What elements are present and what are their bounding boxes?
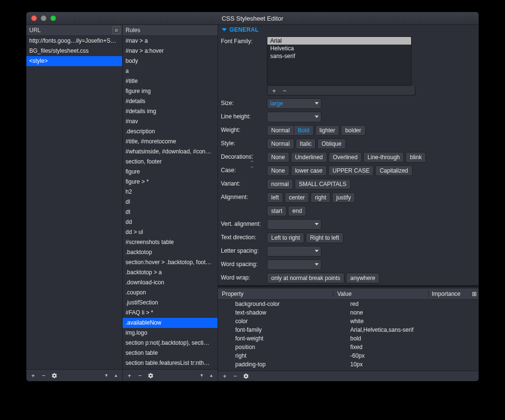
rules-list-item[interactable]: #FAQ li > * [123, 308, 218, 318]
rules-list-item[interactable]: #whatsinside, #download, #con… [123, 147, 218, 157]
valign-combo[interactable] [267, 219, 321, 230]
rules-list-item[interactable]: figure img [123, 86, 218, 96]
segment-option[interactable]: Underlined [291, 152, 327, 163]
add-button[interactable]: + [220, 372, 230, 380]
letter-spacing-combo[interactable] [267, 246, 321, 257]
segment-option[interactable]: only at normal break points [267, 273, 344, 283]
add-button[interactable]: + [269, 87, 279, 94]
property-row[interactable]: font-familyArial,Helvetica,sans-serif [218, 326, 479, 334]
property-row[interactable]: background-colorred [218, 300, 479, 308]
remove-button[interactable]: − [135, 371, 145, 380]
rules-list-item[interactable]: #details [123, 96, 218, 106]
rules-list-item[interactable]: figure [123, 167, 218, 177]
section-header-general[interactable]: GENERAL [218, 25, 479, 35]
segment-option[interactable]: Left to right [267, 233, 304, 243]
word-spacing-combo[interactable] [267, 259, 321, 270]
segment-option[interactable]: center [285, 192, 309, 203]
rules-list-item[interactable]: .backtotop > a [123, 268, 218, 278]
segment-option[interactable]: Right to left [306, 233, 344, 243]
rules-list-item[interactable]: #nav [123, 117, 218, 127]
rules-list-item[interactable]: section table.featuresList tr:nth… [123, 358, 218, 368]
segment-option[interactable]: UPPER CASE [328, 165, 374, 176]
segment-option[interactable]: end [288, 206, 306, 216]
splitter-handle-icon[interactable] [251, 154, 253, 168]
url-list-item[interactable]: <style> [26, 56, 122, 66]
segment-option[interactable]: blink [405, 152, 426, 163]
segment-option[interactable]: normal [267, 179, 293, 189]
segment-option[interactable]: Capitalized [375, 165, 412, 176]
font-family-option[interactable]: Helvetica [267, 45, 411, 52]
rules-list-item[interactable]: .justifSection [123, 298, 218, 308]
rules-list-item[interactable]: section table [123, 348, 218, 358]
url-list[interactable]: http://fonts.goog…ily=Josefin+SansBG_fil… [26, 36, 122, 369]
segment-option[interactable]: None [267, 152, 289, 163]
segment-option[interactable]: bolder [341, 125, 365, 136]
rules-list-item[interactable]: .download-icon [123, 278, 218, 288]
rules-list-item[interactable]: body [123, 56, 218, 66]
move-up-icon[interactable]: ▲ [112, 371, 120, 380]
segment-option[interactable]: anywhere [346, 273, 379, 283]
rules-list-item[interactable]: a [123, 66, 218, 76]
rules-list-item[interactable]: dl [123, 197, 218, 207]
property-row[interactable]: right-60px [218, 351, 479, 360]
col-value[interactable]: Value [333, 291, 429, 297]
col-property[interactable]: Property [218, 291, 333, 297]
remove-button[interactable]: − [230, 372, 240, 380]
font-family-option[interactable]: sans-serif [267, 52, 411, 60]
segment-option[interactable]: Italic [296, 139, 316, 149]
segment-option[interactable]: Overlined [329, 152, 362, 163]
segment-option[interactable]: Bold [294, 125, 314, 136]
segment-option[interactable]: Normal [267, 139, 294, 149]
segment-option[interactable]: Line-through [363, 152, 404, 163]
move-down-icon[interactable]: ▼ [197, 371, 206, 380]
move-up-icon[interactable]: ▲ [207, 371, 216, 380]
property-row[interactable]: font-weightbold [218, 334, 479, 343]
rules-list-item[interactable]: section, footer [123, 157, 218, 167]
font-family-listbox[interactable]: ArialHelveticasans-serif [267, 36, 412, 85]
add-button[interactable]: + [125, 371, 134, 380]
segment-option[interactable]: right [310, 192, 330, 203]
remove-button[interactable]: − [280, 87, 289, 94]
rules-list-item[interactable]: #screenshots table [123, 237, 218, 247]
rules-list-item[interactable]: section p:not(.backtotop), secti… [123, 338, 218, 348]
segment-option[interactable]: justify [332, 192, 356, 203]
property-row[interactable]: colorwhite [218, 317, 479, 326]
add-button[interactable]: + [28, 371, 38, 380]
gear-icon[interactable] [146, 371, 155, 380]
url-list-item[interactable]: http://fonts.goog…ily=Josefin+Sans [26, 36, 122, 46]
move-down-icon[interactable]: ▼ [102, 371, 111, 380]
rules-list-item[interactable]: #title [123, 76, 218, 86]
property-table-body[interactable]: background-colorredtext-shadownonecolorw… [218, 300, 479, 371]
property-row[interactable]: padding-top10px [218, 360, 479, 369]
segment-option[interactable]: None [267, 165, 289, 176]
segment-option[interactable]: left [267, 192, 283, 203]
disclosure-triangle-icon[interactable] [222, 28, 227, 31]
segment-option[interactable]: start [267, 206, 287, 216]
segment-option[interactable]: SMALL CAPITALS [295, 179, 351, 189]
columns-icon[interactable]: ⊞ [472, 291, 477, 297]
rules-list-item[interactable]: dd [123, 217, 218, 227]
rules-list[interactable]: #nav > a#nav > a:hoverbodya#titlefigure … [123, 36, 218, 369]
rules-list-item[interactable]: #nav > a:hover [123, 46, 218, 56]
rules-list-item[interactable]: section:hover > .backtotop, foot… [123, 257, 218, 268]
rules-list-item[interactable]: .backtotop [123, 247, 218, 257]
rules-list-item[interactable]: dt [123, 207, 218, 217]
size-combo[interactable]: large [267, 98, 321, 109]
gear-icon[interactable] [241, 372, 251, 380]
rules-list-item[interactable]: .availableNow [123, 318, 218, 328]
rules-list-item[interactable]: #title, #moretocome [123, 137, 218, 147]
rules-list-item[interactable]: img.logo [123, 328, 218, 338]
rules-list-item[interactable]: #nav > a [123, 36, 218, 46]
segment-option[interactable]: lighter [315, 125, 340, 136]
rules-list-item[interactable]: h2 [123, 187, 218, 197]
url-list-item[interactable]: BG_files/stylesheet.css [26, 46, 122, 56]
rules-list-item[interactable]: .description [123, 127, 218, 137]
col-importance[interactable]: Importance [429, 291, 470, 297]
property-row[interactable]: positionfixed [218, 343, 479, 351]
rules-list-item[interactable]: #details img [123, 106, 218, 117]
segment-option[interactable]: Oblique [317, 139, 345, 149]
rules-list-item[interactable]: figure > * [123, 177, 218, 187]
line-height-combo[interactable] [267, 112, 321, 122]
remove-button[interactable]: − [39, 371, 48, 380]
segment-option[interactable]: Normal [267, 125, 294, 136]
